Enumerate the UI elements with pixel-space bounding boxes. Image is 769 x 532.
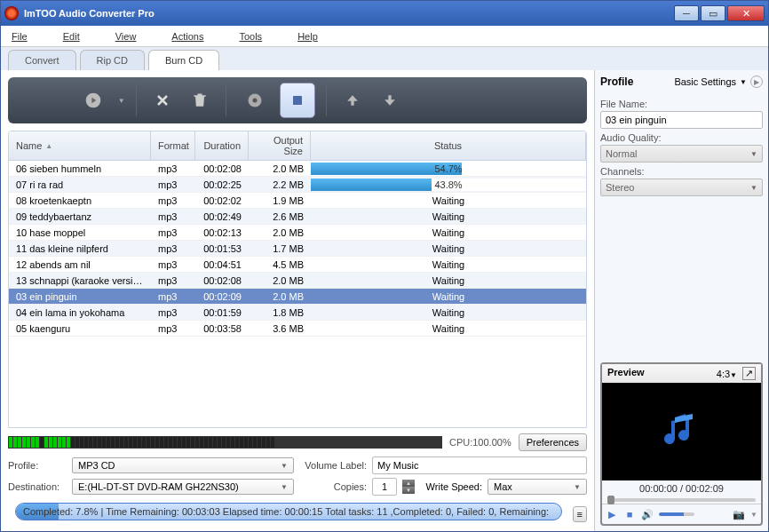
table-row[interactable]: 10 hase moppelmp300:02:132.0 MBWaiting (9, 225, 586, 241)
tab-burncd[interactable]: Burn CD (148, 50, 219, 70)
fullscreen-icon[interactable]: ↗ (742, 367, 756, 380)
column-output-size[interactable]: Output Size (249, 131, 311, 160)
maximize-button[interactable]: ▭ (701, 5, 725, 21)
preview-title: Preview (607, 367, 645, 380)
menu-actions[interactable]: Actions (171, 31, 203, 42)
write-speed-label: Write Speed: (420, 481, 482, 492)
toolbar: ▼ (8, 77, 587, 123)
move-down-button[interactable] (375, 85, 405, 115)
menu-tools[interactable]: Tools (239, 31, 262, 42)
menu-view[interactable]: View (115, 31, 137, 42)
add-music-button[interactable] (75, 83, 111, 118)
menu-edit[interactable]: Edit (63, 31, 80, 42)
window-title: ImTOO Audio Converter Pro (24, 8, 674, 19)
file-table: Name▲ Format Duration Output Size Status… (8, 131, 587, 428)
destination-label: Destination: (8, 481, 67, 492)
tab-ripcd[interactable]: Rip CD (80, 50, 145, 70)
profile-combo[interactable]: MP3 CD▼ (72, 457, 294, 473)
preview-time: 00:00:00 / 00:02:09 (602, 480, 761, 496)
stop-button[interactable] (280, 83, 315, 118)
menubar: File Edit View Actions Tools Help (1, 26, 768, 47)
column-duration[interactable]: Duration (195, 131, 249, 160)
app-icon (4, 6, 19, 20)
svg-rect-3 (293, 96, 302, 105)
statusbar: Completed: 7.8% | Time Remaining: 00:03:… (15, 503, 562, 520)
minimize-button[interactable]: ─ (674, 5, 699, 21)
table-row[interactable]: 09 teddybaertanzmp300:02:492.6 MBWaiting (9, 209, 586, 225)
vu-meter (8, 436, 442, 449)
burn-button[interactable] (237, 83, 273, 118)
aspect-ratio-toggle[interactable]: 4:3▼ (717, 369, 737, 379)
table-row[interactable]: 12 abends am nilmp300:04:514.5 MBWaiting (9, 257, 586, 273)
table-row[interactable]: 06 sieben hummelnmp300:02:082.0 MB54.7% (9, 161, 586, 177)
titlebar: ImTOO Audio Converter Pro ─ ▭ ✕ (1, 1, 768, 26)
trash-button[interactable] (185, 85, 215, 115)
column-status[interactable]: Status (311, 131, 586, 160)
profile-label: Profile: (8, 460, 67, 471)
volume-icon[interactable]: 🔊 (641, 508, 654, 520)
audio-quality-label: Audio Quality: (600, 132, 763, 143)
table-row[interactable]: 08 kroetenkaeptnmp300:02:021.9 MBWaiting (9, 193, 586, 209)
table-row[interactable]: 13 schnappi (karaoke version)mp300:02:08… (9, 273, 586, 289)
basic-settings-toggle[interactable]: Basic Settings▼▶ (674, 75, 763, 88)
tabbar: Convert Rip CD Burn CD (1, 47, 768, 70)
profile-panel: Profile Basic Settings▼▶ File Name: Audi… (594, 70, 768, 531)
write-speed-combo[interactable]: Max▼ (488, 479, 587, 495)
volume-label-input[interactable] (372, 457, 587, 474)
copies-down-button[interactable]: ▼ (402, 487, 415, 494)
destination-combo[interactable]: E:(HL-DT-ST DVD-RAM GH22NS30)▼ (72, 479, 294, 495)
table-row[interactable]: 03 ein pinguinmp300:02:092.0 MBWaiting (9, 289, 586, 305)
snapshot-button[interactable]: 📷 (733, 508, 745, 520)
svg-point-2 (252, 99, 257, 103)
table-row[interactable]: 05 kaengurump300:03:583.6 MBWaiting (9, 321, 586, 337)
cpu-label: CPU:100.00% (449, 437, 511, 448)
audio-quality-combo[interactable]: Normal▼ (600, 145, 763, 163)
table-row[interactable]: 04 ein lama in yokohamamp300:01:591.8 MB… (9, 305, 586, 321)
volume-label: Volume Label: (299, 460, 367, 471)
preview-panel: Preview 4:3▼ ↗ 00:00:00 / 00:02:09 ▶ ■ 🔊 (600, 362, 763, 526)
play-button[interactable]: ▶ (606, 508, 618, 520)
channels-label: Channels: (600, 166, 763, 177)
preferences-button[interactable]: Preferences (519, 433, 587, 451)
filename-label: File Name: (600, 99, 763, 109)
volume-slider[interactable] (659, 512, 694, 516)
seek-slider[interactable] (607, 498, 756, 502)
stop-preview-button[interactable]: ■ (623, 508, 636, 520)
status-menu-button[interactable]: ≡ (573, 506, 587, 522)
table-row[interactable]: 11 das kleine nilpferdmp300:01:531.7 MBW… (9, 241, 586, 257)
menu-help[interactable]: Help (297, 31, 318, 42)
menu-file[interactable]: File (12, 31, 28, 42)
channels-combo[interactable]: Stereo▼ (600, 179, 763, 196)
copies-label: Copies: (299, 481, 367, 492)
music-note-icon (661, 410, 703, 453)
filename-input[interactable] (600, 111, 763, 129)
profile-panel-title: Profile (600, 75, 633, 88)
delete-button[interactable] (147, 85, 178, 115)
table-row[interactable]: 07 ri ra radmp300:02:252.2 MB43.8% (9, 177, 586, 193)
column-name[interactable]: Name▲ (9, 131, 151, 160)
app-window: ImTOO Audio Converter Pro ─ ▭ ✕ File Edi… (0, 0, 769, 532)
column-format[interactable]: Format (151, 131, 195, 160)
close-button[interactable]: ✕ (727, 5, 765, 21)
copies-input[interactable] (372, 478, 397, 496)
move-up-button[interactable] (337, 85, 368, 115)
tab-convert[interactable]: Convert (8, 50, 76, 70)
copies-up-button[interactable]: ▲ (402, 480, 415, 487)
